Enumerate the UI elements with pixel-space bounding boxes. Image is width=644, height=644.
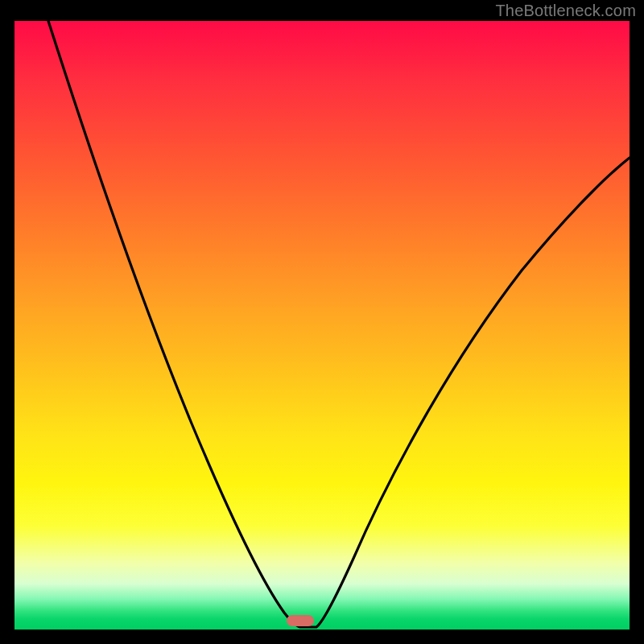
optimal-marker: [287, 615, 314, 626]
bottleneck-curve: [14, 21, 630, 630]
plot-area: [14, 21, 630, 630]
curve-path: [48, 21, 630, 627]
chart-frame: TheBottleneck.com: [0, 0, 644, 644]
watermark-text: TheBottleneck.com: [495, 2, 636, 20]
